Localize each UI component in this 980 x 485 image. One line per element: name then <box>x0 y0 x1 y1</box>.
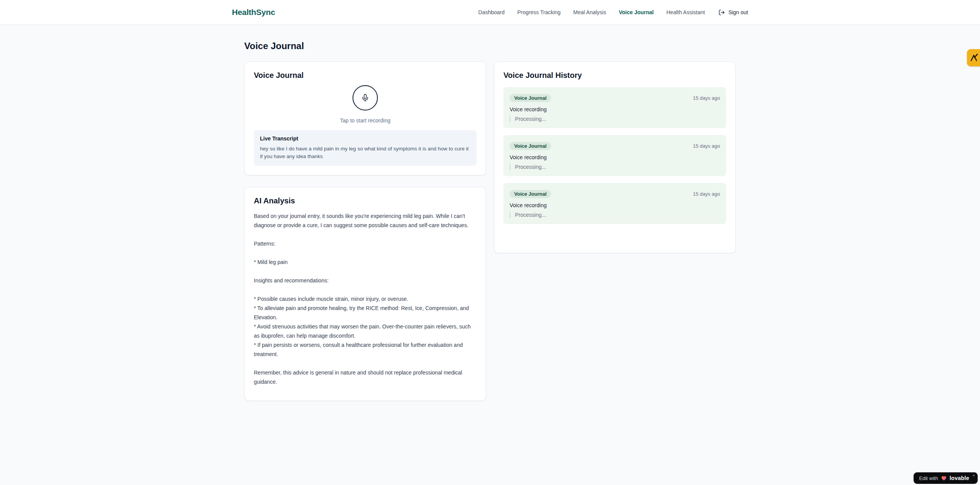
nav-item-health-assistant[interactable]: Health Assistant <box>666 9 705 15</box>
entry-type-badge: Voice Journal <box>510 190 551 198</box>
nav-item-voice-journal[interactable]: Voice Journal <box>619 9 654 15</box>
page-title: Voice Journal <box>244 41 736 51</box>
entry-type-badge: Voice Journal <box>510 142 551 150</box>
history-entry[interactable]: Voice Journal 15 days ago Voice recordin… <box>503 135 726 176</box>
history-list: Voice Journal 15 days ago Voice recordin… <box>503 87 726 224</box>
history-card-title: Voice Journal History <box>503 71 726 80</box>
close-icon[interactable]: × <box>973 473 975 478</box>
voice-journal-history-card: Voice Journal History Voice Journal 15 d… <box>494 61 736 253</box>
page-content: Voice Journal Voice Journal <box>244 25 736 401</box>
edit-with-label: Edit with <box>919 475 938 481</box>
voice-recorder-card: Voice Journal Tap to start recording <box>244 61 486 175</box>
history-entry[interactable]: Voice Journal 15 days ago Voice recordin… <box>503 87 726 128</box>
entry-title: Voice recording <box>510 202 720 208</box>
entry-status: Processing... <box>510 212 720 218</box>
lovable-mark-icon <box>969 53 980 63</box>
entry-timestamp: 15 days ago <box>693 95 720 101</box>
history-entry[interactable]: Voice Journal 15 days ago Voice recordin… <box>503 183 726 224</box>
entry-status: Processing... <box>510 116 720 122</box>
entry-title: Voice recording <box>510 154 720 160</box>
entry-status: Processing... <box>510 164 720 170</box>
sign-out-button[interactable]: Sign out <box>718 9 748 16</box>
nav-item-dashboard[interactable]: Dashboard <box>478 9 505 15</box>
top-nav-bar: HealthSync Dashboard Progress Tracking M… <box>0 0 980 25</box>
heart-icon <box>941 475 947 481</box>
entry-timestamp: 15 days ago <box>693 191 720 197</box>
lovable-wordmark: lovable <box>950 475 969 481</box>
live-transcript-text: hey so like I do have a mild pain in my … <box>260 145 470 160</box>
sign-out-label: Sign out <box>728 9 748 15</box>
main-nav: Dashboard Progress Tracking Meal Analysi… <box>478 9 748 16</box>
recorder-card-title: Voice Journal <box>254 71 477 80</box>
nav-item-progress-tracking[interactable]: Progress Tracking <box>517 9 561 15</box>
ai-analysis-text: Based on your journal entry, it sounds l… <box>254 211 477 386</box>
record-button[interactable] <box>353 85 378 111</box>
ai-analysis-title: AI Analysis <box>254 196 477 205</box>
microphone-icon <box>361 94 369 102</box>
log-out-icon <box>718 9 725 16</box>
ai-analysis-card: AI Analysis Based on your journal entry,… <box>244 187 486 401</box>
app-logo[interactable]: HealthSync <box>232 8 275 17</box>
nav-item-meal-analysis[interactable]: Meal Analysis <box>573 9 606 15</box>
live-transcript-box: Live Transcript hey so like I do have a … <box>254 130 477 166</box>
entry-title: Voice recording <box>510 106 720 112</box>
edit-with-lovable-badge[interactable]: Edit with lovable × <box>914 472 978 484</box>
lovable-side-badge[interactable] <box>967 49 980 66</box>
tap-to-record-hint: Tap to start recording <box>340 117 391 124</box>
entry-type-badge: Voice Journal <box>510 94 551 102</box>
live-transcript-title: Live Transcript <box>260 135 470 142</box>
entry-timestamp: 15 days ago <box>693 143 720 149</box>
